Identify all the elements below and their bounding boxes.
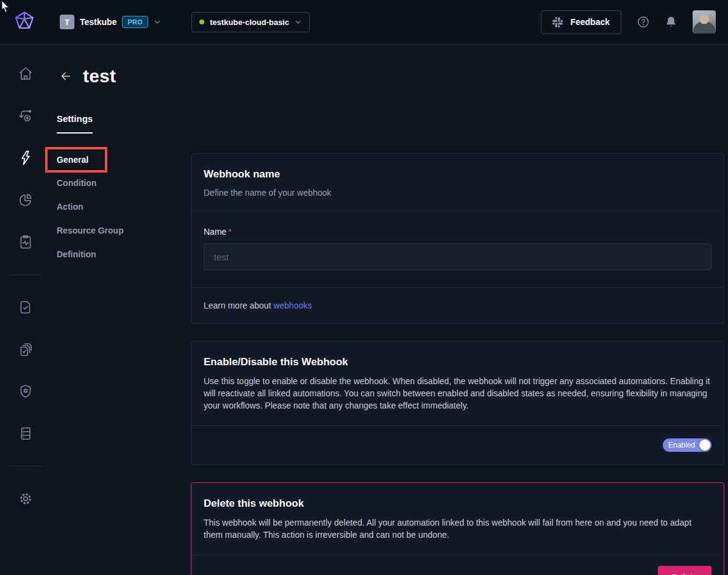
sidebar-item-home[interactable] — [13, 62, 38, 86]
toggle-label: Enabled — [668, 441, 695, 449]
delete-button[interactable]: Delete — [658, 566, 712, 575]
organization-name: Testkube — [80, 17, 116, 27]
home-icon — [18, 66, 34, 82]
sidebar-item-test-suites[interactable] — [13, 337, 38, 362]
settings-nav-action[interactable]: Action — [57, 202, 84, 212]
sidebar-item-sources[interactable] — [13, 421, 38, 446]
organization-avatar: T — [60, 15, 74, 29]
settings-nav-resource-group[interactable]: Resource Group — [57, 226, 124, 235]
environment-name: testkube-cloud-basic — [210, 18, 289, 27]
top-bar-actions: Feedback — [541, 10, 716, 34]
environment-select[interactable]: testkube-cloud-basic — [191, 12, 310, 32]
chevron-down-icon — [294, 18, 302, 26]
trigger-plus-icon — [18, 108, 34, 124]
documents-stack-icon — [18, 341, 34, 357]
card-title: Delete this webhook — [204, 498, 712, 510]
gear-icon — [18, 491, 34, 507]
help-icon[interactable] — [637, 16, 649, 28]
delete-webhook-card: Delete this webhook This webhook will be… — [191, 482, 724, 575]
chevron-down-icon — [154, 18, 161, 26]
environment-status-dot — [199, 20, 204, 24]
tab-bar: Settings — [57, 113, 724, 134]
card-subtitle: Define the name of your webhook — [204, 188, 712, 198]
card-description: This webhook will be permanently deleted… — [204, 516, 712, 541]
learn-more-note: Learn more about webhooks — [204, 301, 312, 310]
enabled-toggle[interactable]: Enabled — [663, 438, 712, 452]
name-field-label: Name* — [204, 227, 232, 237]
enable-disable-card: Enable/Disable this Webhook Use this tog… — [191, 341, 724, 465]
sidebar-divider — [10, 466, 41, 466]
webhook-name-card: Webhook name Define the name of your web… — [191, 153, 724, 324]
slack-icon — [552, 17, 563, 27]
sidebar-item-settings[interactable] — [13, 487, 38, 511]
settings-nav-definition[interactable]: Definition — [57, 249, 96, 259]
server-icon — [18, 426, 34, 441]
sidebar-item-tests[interactable] — [13, 295, 38, 320]
lightning-bolt-icon — [18, 150, 34, 166]
sidebar-item-webhooks[interactable] — [13, 146, 38, 170]
card-title: Webhook name — [204, 168, 712, 180]
sidebar — [0, 45, 51, 575]
page-title: test — [83, 66, 116, 87]
settings-nav-condition[interactable]: Condition — [57, 178, 96, 188]
page-header: test — [57, 66, 724, 87]
organization-switcher[interactable]: T Testkube PRO — [60, 15, 161, 29]
sidebar-item-insights[interactable] — [13, 188, 38, 212]
plan-badge: PRO — [122, 16, 148, 28]
settings-nav-general[interactable]: General — [57, 155, 88, 165]
document-check-icon — [18, 299, 34, 315]
top-bar: T Testkube PRO testkube-cloud-basic Feed… — [0, 0, 728, 45]
notifications-bell-icon[interactable] — [665, 16, 677, 28]
sidebar-divider — [10, 274, 41, 275]
feedback-button[interactable]: Feedback — [541, 10, 621, 34]
tab-settings[interactable]: Settings — [57, 113, 93, 134]
main-content: test Settings General Condition Action R… — [51, 45, 728, 575]
card-description: Use this toggle to enable or disable the… — [204, 375, 712, 412]
user-avatar[interactable] — [693, 10, 716, 34]
sidebar-item-triggers[interactable] — [13, 104, 38, 128]
pie-chart-icon — [18, 192, 34, 208]
card-title: Enable/Disable this Webhook — [204, 356, 712, 368]
webhooks-docs-link[interactable]: webhooks — [273, 301, 312, 310]
feedback-button-label: Feedback — [570, 17, 610, 27]
back-button[interactable] — [57, 67, 75, 85]
webhook-name-input[interactable] — [204, 243, 712, 270]
sidebar-item-status-pages[interactable] — [13, 230, 38, 254]
annotation-highlight-box: General — [45, 147, 107, 173]
settings-section-nav: General Condition Action Resource Group … — [57, 153, 191, 575]
testkube-logo-icon[interactable] — [11, 9, 38, 35]
toggle-knob — [699, 440, 710, 451]
clipboard-pulse-icon — [18, 234, 34, 250]
shield-gear-icon — [18, 384, 34, 399]
sidebar-item-executors[interactable] — [13, 379, 38, 404]
required-asterisk: * — [228, 227, 231, 237]
